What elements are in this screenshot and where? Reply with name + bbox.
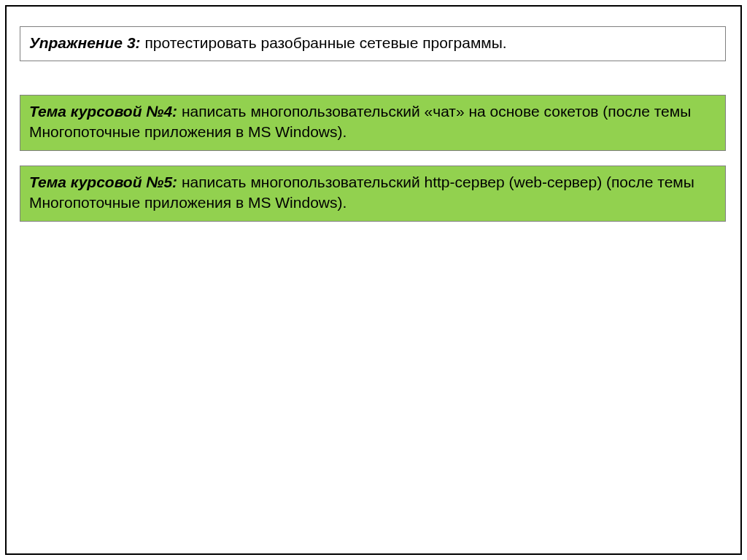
topic4-box: Тема курсовой №4: написать многопользова… [20, 95, 726, 151]
exercise-title: Упражнение 3: [29, 34, 141, 51]
topic5-title: Тема курсовой №5: [29, 174, 177, 190]
topic5-text: Тема курсовой №5: написать многопользова… [29, 172, 716, 214]
slide-frame: Упражнение 3: протестировать разобранные… [5, 5, 742, 555]
exercise-text: Упражнение 3: протестировать разобранные… [29, 33, 716, 53]
topic5-box: Тема курсовой №5: написать многопользова… [20, 166, 726, 222]
exercise-box: Упражнение 3: протестировать разобранные… [20, 26, 726, 61]
topic4-title: Тема курсовой №4: [29, 103, 177, 120]
topic4-text: Тема курсовой №4: написать многопользова… [29, 101, 716, 143]
exercise-body: протестировать разобранные сетевые прогр… [141, 34, 507, 51]
